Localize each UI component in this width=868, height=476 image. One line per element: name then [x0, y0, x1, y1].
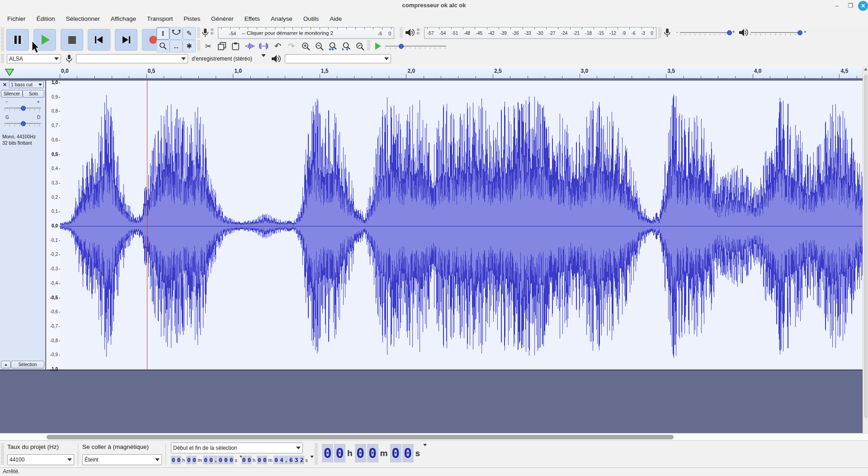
time-unit[interactable]: s	[415, 448, 420, 458]
draw-tool-button[interactable]: ✎	[183, 27, 196, 40]
time-digit[interactable]: 4	[279, 456, 284, 464]
menu-transport[interactable]: Transport	[142, 14, 178, 24]
edit-grip[interactable]	[197, 40, 200, 51]
envelope-tool-button[interactable]	[170, 27, 183, 40]
play-at-speed-grip[interactable]	[367, 40, 370, 51]
timeshift-tool-button[interactable]: ↔	[170, 40, 183, 52]
playback-meter-grip[interactable]	[400, 28, 403, 38]
time-digit[interactable]: 0	[247, 456, 252, 464]
mute-button[interactable]: Silencer	[1, 90, 23, 98]
playback-volume-thumb[interactable]	[797, 30, 802, 35]
horizontal-scrollbar[interactable]	[0, 433, 868, 440]
time-digit[interactable]: 6	[288, 456, 293, 464]
menu-edition[interactable]: Édition	[31, 14, 61, 24]
menu-fichier[interactable]: Fichier	[2, 14, 31, 24]
time-unit[interactable]: s	[305, 457, 308, 463]
recording-meter-grip[interactable]	[197, 28, 200, 38]
zoom-tool-button[interactable]	[156, 40, 170, 52]
output-device-select[interactable]	[285, 54, 391, 63]
copy-button[interactable]	[215, 40, 228, 52]
skip-start-button[interactable]	[88, 29, 110, 51]
input-device-select[interactable]	[76, 54, 188, 63]
record-channels-select[interactable]	[261, 57, 266, 65]
device-grip[interactable]	[1, 54, 4, 63]
time-digit[interactable]: 0	[367, 444, 378, 462]
time-digit[interactable]: .	[214, 456, 217, 464]
play-speed-thumb[interactable]	[399, 44, 404, 49]
zoom-toggle-button[interactable]	[354, 40, 367, 52]
time-unit[interactable]: s	[235, 457, 237, 463]
time-grip[interactable]	[315, 443, 318, 465]
playback-meter[interactable]: -57-54-51-48-45-42-39-36-33-30-27-24-21-…	[424, 27, 656, 39]
time-digit[interactable]: 0	[176, 456, 181, 464]
time-digit[interactable]: 0	[241, 456, 246, 464]
time-digit[interactable]: 2	[299, 456, 304, 464]
maximize-button[interactable]: ❐	[845, 1, 855, 10]
time-digit[interactable]: 0	[186, 456, 191, 464]
zoom-in-button[interactable]	[299, 40, 312, 52]
menu-analyse[interactable]: Analyse	[265, 14, 298, 24]
vertical-scale-ruler[interactable]: 1,00,90,80,70,60,50,40,30,20,10,0-0,1-0,…	[46, 80, 61, 369]
time-digit[interactable]: 0	[208, 456, 213, 464]
zoom-selection-button[interactable]	[326, 40, 340, 52]
time-digit[interactable]: 0	[262, 456, 267, 464]
time-digit[interactable]: 0	[203, 456, 208, 464]
stop-button[interactable]	[61, 29, 83, 51]
menu-generer[interactable]: Générer	[206, 14, 239, 24]
vertical-scrollbar[interactable]	[863, 66, 868, 433]
timeline-options-icon[interactable]	[5, 68, 14, 76]
time-digit[interactable]: 0	[218, 456, 223, 464]
zoom-out-button[interactable]	[313, 40, 326, 52]
cut-button[interactable]: ✂	[202, 40, 215, 52]
track-close-button[interactable]: ✕	[2, 82, 8, 88]
menu-selectionner[interactable]: Sélectionner	[61, 14, 105, 24]
time-digit[interactable]: 0	[334, 444, 345, 462]
record-volume-thumb[interactable]	[727, 30, 732, 35]
time-digit[interactable]: 0	[257, 456, 262, 464]
time-unit[interactable]: m	[380, 448, 388, 458]
paste-button[interactable]	[229, 40, 242, 52]
track-select-button[interactable]: Sélection	[11, 361, 44, 368]
time-digit[interactable]: .	[284, 456, 288, 464]
horizontal-scroll-thumb[interactable]	[47, 435, 674, 439]
snap-to-select[interactable]: Éteint	[82, 454, 162, 465]
time-digit[interactable]: 0	[390, 444, 401, 462]
pause-button[interactable]	[6, 29, 29, 51]
project-rate-select[interactable]: 44100	[7, 454, 74, 465]
selection-tool-button[interactable]: I	[156, 27, 170, 40]
redo-button[interactable]: ↷	[285, 40, 298, 52]
track-name-menu[interactable]: 1 bass cut	[9, 81, 44, 88]
audio-host-select[interactable]: ALSA	[7, 54, 61, 63]
pan-thumb[interactable]	[21, 121, 26, 126]
minimize-button[interactable]: –	[832, 1, 842, 10]
time-digit[interactable]: 0	[274, 456, 278, 464]
time-unit[interactable]: h	[253, 457, 255, 463]
record-channels-value[interactable]: d'enregistrement (stéréo)	[192, 56, 252, 62]
selection-grip[interactable]	[1, 443, 4, 465]
time-unit[interactable]: h	[182, 457, 185, 463]
time-digit[interactable]: 0	[223, 456, 228, 464]
time-unit[interactable]: m	[198, 457, 202, 463]
close-button[interactable]: ✕	[858, 1, 868, 11]
menu-pistes[interactable]: Pistes	[178, 14, 206, 24]
selection-mode-select[interactable]: Début et fin de la sélection	[171, 443, 303, 453]
menu-effets[interactable]: Effets	[239, 14, 265, 24]
time-digit[interactable]: 3	[294, 456, 299, 464]
silence-audio-button[interactable]	[257, 40, 270, 52]
audio-position-field[interactable]: 00h00m00s	[322, 444, 427, 462]
chevron-down-icon[interactable]	[310, 456, 314, 458]
waveform-canvas[interactable]	[60, 80, 863, 369]
timeline-ruler[interactable]: 0,00,51,01,52,02,53,03,54,04,5	[0, 66, 868, 79]
time-unit[interactable]: m	[268, 457, 272, 463]
solo-button[interactable]: Solo	[23, 90, 44, 98]
mixer-grip[interactable]	[658, 28, 661, 38]
chevron-down-icon[interactable]	[423, 444, 427, 446]
recording-meter[interactable]: -54 -- Cliquer pour démarrer le monitori…	[218, 27, 394, 39]
time-digit[interactable]: 0	[355, 444, 366, 462]
multi-tool-button[interactable]: ✱	[183, 40, 196, 52]
menu-outils[interactable]: Outils	[298, 14, 325, 24]
zoom-fit-button[interactable]	[340, 40, 353, 52]
time-digit[interactable]: 0	[192, 456, 197, 464]
waveform-area[interactable]	[60, 80, 863, 369]
vertical-scroll-thumb[interactable]	[864, 75, 868, 418]
